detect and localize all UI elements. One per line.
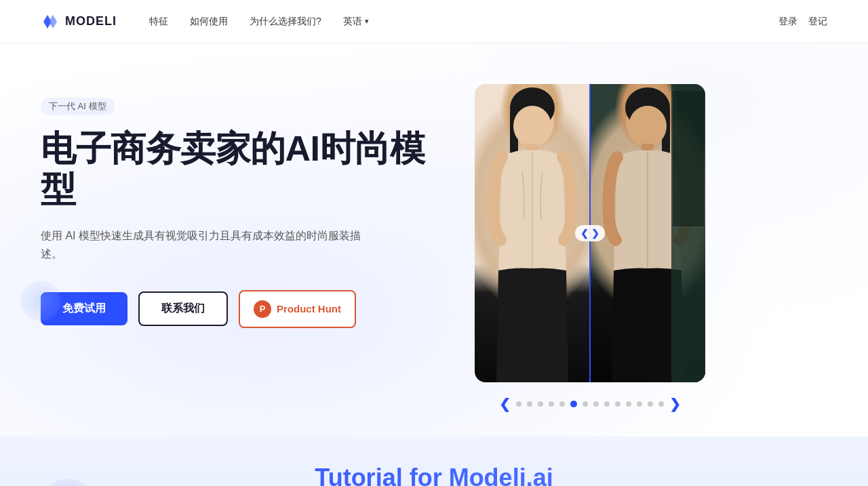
product-hunt-button[interactable]: P Product Hunt	[239, 290, 356, 328]
hero-section: 下一代 AI 模型 电子商务卖家的AI时尚模型 使用 AI 模型快速生成具有视觉…	[0, 43, 868, 423]
hero-badge: 下一代 AI 模型	[41, 98, 115, 115]
nav-link-language[interactable]: 英语 ▾	[343, 16, 369, 28]
carousel-prev-button[interactable]: ❮	[499, 396, 511, 412]
nav-links: 特征 如何使用 为什么选择我们? 英语 ▾	[149, 16, 778, 28]
register-link[interactable]: 登记	[808, 16, 827, 28]
svg-rect-13	[673, 91, 704, 226]
arrow-right-icon: ❯	[591, 228, 599, 239]
logo-icon	[41, 12, 60, 31]
product-hunt-icon: P	[254, 300, 271, 318]
nav-link-how-to-use[interactable]: 如何使用	[190, 16, 228, 28]
hero-image-right	[590, 84, 705, 382]
carousel-dot-9[interactable]	[604, 401, 610, 407]
decoration-circle	[20, 281, 61, 321]
navigation: MODELI 特征 如何使用 为什么选择我们? 英语 ▾ 登录 登记	[0, 0, 868, 43]
carousel-dot-7[interactable]	[583, 401, 588, 407]
carousel-dot-8[interactable]	[593, 401, 599, 407]
logo-link[interactable]: MODELI	[41, 12, 117, 31]
svg-point-9	[629, 106, 667, 146]
carousel-next-button[interactable]: ❯	[669, 396, 681, 412]
chevron-down-icon: ▾	[365, 17, 369, 26]
hero-content: 下一代 AI 模型 电子商务卖家的AI时尚模型 使用 AI 模型快速生成具有视觉…	[41, 84, 448, 328]
carousel-dot-11[interactable]	[626, 401, 631, 407]
hero-image-container: ❮ ❯	[475, 84, 705, 382]
tutorial-section: Tutorial for Modeli.ai	[0, 437, 868, 486]
nav-link-features[interactable]: 特征	[149, 16, 168, 28]
login-link[interactable]: 登录	[778, 16, 797, 28]
carousel-dot-13[interactable]	[648, 401, 653, 407]
hero-image-area: ❮ ❯ ❮ ❯	[475, 84, 705, 412]
hero-buttons: 免费试用 联系我们 P Product Hunt	[41, 290, 448, 328]
carousel-dot-10[interactable]	[615, 401, 620, 407]
model-right-svg	[590, 84, 705, 382]
carousel: ❮ ❯	[475, 396, 705, 412]
carousel-dot-3[interactable]	[538, 401, 543, 407]
nav-link-why-us[interactable]: 为什么选择我们?	[250, 16, 321, 28]
logo-text: MODELI	[65, 14, 117, 28]
hero-image-left	[475, 84, 590, 382]
carousel-dot-1[interactable]	[516, 401, 521, 407]
model-left-svg	[475, 84, 590, 382]
split-handle[interactable]: ❮ ❯	[575, 225, 605, 241]
carousel-dot-14[interactable]	[658, 401, 664, 407]
hero-description: 使用 AI 模型快速生成具有视觉吸引力且具有成本效益的时尚服装描述。	[41, 226, 366, 263]
svg-point-3	[513, 106, 551, 146]
tutorial-title: Tutorial for Modeli.ai	[41, 464, 827, 486]
carousel-dot-5[interactable]	[559, 401, 565, 407]
nav-auth: 登录 登记	[778, 16, 827, 28]
arrow-left-icon: ❮	[580, 228, 589, 239]
carousel-dot-12[interactable]	[637, 401, 642, 407]
product-hunt-label: Product Hunt	[277, 303, 341, 315]
carousel-dot-2[interactable]	[527, 401, 532, 407]
carousel-dot-4[interactable]	[549, 401, 554, 407]
carousel-dot-6[interactable]	[570, 401, 577, 407]
contact-us-button[interactable]: 联系我们	[138, 291, 228, 326]
hero-title: 电子商务卖家的AI时尚模型	[41, 129, 448, 210]
